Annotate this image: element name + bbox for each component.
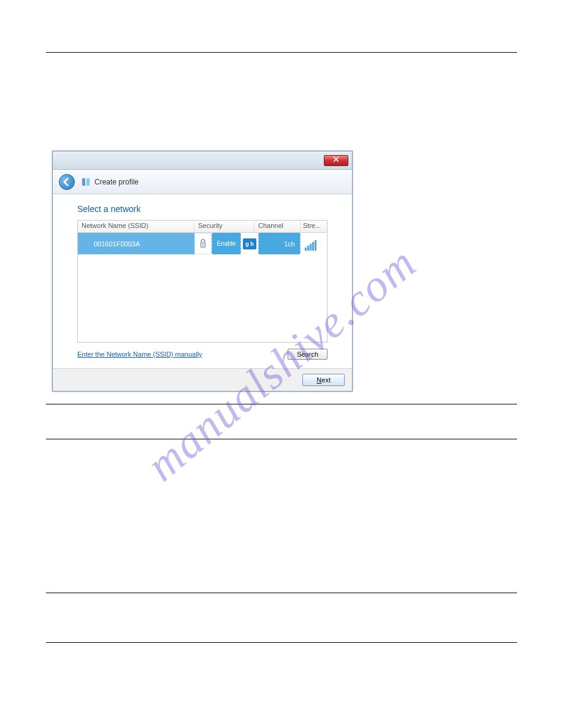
network-row[interactable]: 001601F0003A Enable g b 1ch [78, 233, 327, 254]
cell-channel: 1ch [258, 233, 301, 254]
row-selector [78, 233, 90, 254]
list-header: Network Name (SSID) Security Channel Str… [78, 221, 327, 233]
column-network-name[interactable]: Network Name (SSID) [78, 221, 194, 232]
dialog-titlebar [53, 151, 352, 170]
close-icon [333, 156, 339, 162]
back-arrow-icon [63, 178, 71, 186]
cell-lock-icon [194, 233, 212, 254]
dialog-body: Select a network Network Name (SSID) Sec… [53, 194, 352, 368]
next-rest: ext [321, 376, 331, 384]
cell-mode: g b [241, 233, 258, 254]
spacer [0, 593, 563, 642]
dialog-footer: Next [53, 368, 352, 391]
create-profile-dialog: Create profile Select a network Network … [52, 151, 353, 392]
below-list-row: Enter the Network Name (SSID) manually S… [77, 349, 327, 360]
signal-bars-icon [305, 240, 316, 251]
search-button[interactable]: Search [288, 349, 327, 360]
close-button[interactable] [324, 155, 348, 166]
svg-rect-2 [201, 243, 205, 248]
column-strength[interactable]: Stre... [301, 221, 320, 232]
cell-security-status: Enable [212, 233, 241, 254]
lock-icon [199, 238, 207, 249]
network-list: Network Name (SSID) Security Channel Str… [77, 220, 327, 343]
svg-rect-0 [82, 178, 85, 186]
cell-signal [301, 233, 320, 254]
page-rule-mid1 [46, 404, 517, 404]
content-area: Create profile Select a network Network … [46, 151, 517, 392]
svg-rect-1 [86, 178, 90, 186]
section-title: Select a network [77, 204, 327, 214]
spacer [0, 439, 563, 593]
cell-ssid: 001601F0003A [90, 233, 194, 254]
manual-ssid-link[interactable]: Enter the Network Name (SSID) manually [77, 351, 202, 358]
mode-badge: g b [243, 238, 256, 249]
page-rule-bottom [46, 642, 517, 643]
page-rule-top [46, 52, 517, 53]
dialog-title: Create profile [94, 178, 139, 186]
next-button[interactable]: Next [302, 374, 345, 386]
dialog-header: Create profile [53, 170, 352, 194]
back-button[interactable] [59, 174, 75, 190]
column-channel[interactable]: Channel [255, 221, 301, 232]
column-security[interactable]: Security [194, 221, 255, 232]
profile-icon [81, 177, 91, 187]
